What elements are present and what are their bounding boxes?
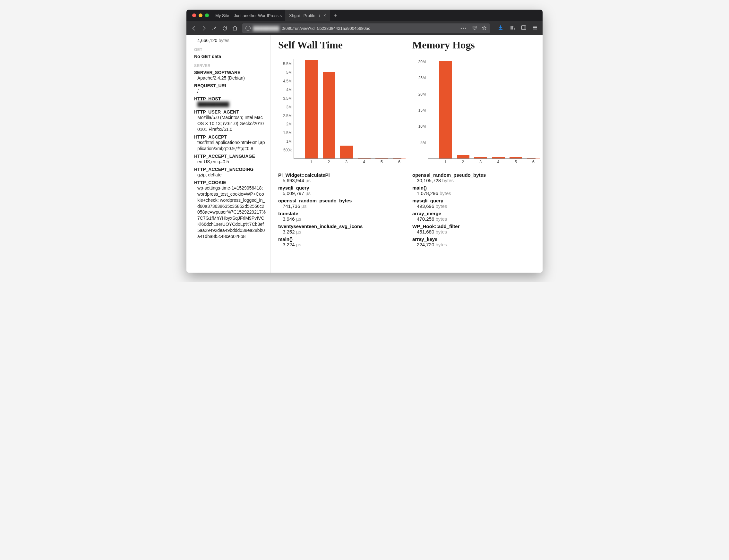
new-tab-button[interactable]: + xyxy=(330,12,341,19)
function-name[interactable]: openssl_random_pseudo_bytes xyxy=(278,198,402,203)
function-name[interactable]: openssl_random_pseudo_bytes xyxy=(412,172,536,178)
memory-total-unit: bytes xyxy=(218,38,229,43)
server-value: gzip, deflate xyxy=(194,172,266,178)
server-value: wp-settings-time-1=1529056418; wordpress… xyxy=(194,185,266,240)
server-key: HTTP_ACCEPT xyxy=(194,134,227,140)
home-button[interactable] xyxy=(232,25,238,31)
server-value: Mozilla/5.0 (Macintosh; Intel Mac OS X 1… xyxy=(194,115,266,133)
function-name[interactable]: array_keys xyxy=(412,236,536,242)
server-item: REQUEST_URI/ xyxy=(194,83,266,94)
main-panel: Self Wall Time 500k1M1.5M2M2.5M3M3.5M4M4… xyxy=(270,35,543,273)
chart-title-left: Self Wall Time xyxy=(278,39,402,51)
value-unit: bytes xyxy=(436,216,447,222)
value-unit: bytes xyxy=(442,178,454,183)
y-tick-label: 5M xyxy=(286,70,292,75)
downloads-icon[interactable] xyxy=(498,25,504,32)
y-tick-label: 4M xyxy=(286,88,292,92)
function-value: 30,105,728 bytes xyxy=(412,178,536,183)
function-name[interactable]: array_merge xyxy=(412,211,536,216)
chart-bar xyxy=(358,158,370,158)
chart-bar xyxy=(340,146,352,158)
section-header-server: SERVER xyxy=(194,64,266,68)
self-wall-time-column: Self Wall Time 500k1M1.5M2M2.5M3M3.5M4M4… xyxy=(278,39,402,247)
server-key: HTTP_USER_AGENT xyxy=(194,109,239,115)
y-tick-label: 10M xyxy=(419,124,426,129)
forward-button[interactable] xyxy=(201,25,207,31)
tab-bar: My Site – Just another WordPress s × Xhg… xyxy=(186,10,543,21)
self-wall-time-chart: 500k1M1.5M2M2.5M3M3.5M4M4.5M5M5.5M123456 xyxy=(278,57,402,166)
value-unit: µs xyxy=(296,216,301,222)
function-name[interactable]: WP_Hook::add_filter xyxy=(412,224,536,229)
self-wall-time-list: Pi_Widget::calculatePi5,693,944 µsmysqli… xyxy=(278,172,402,247)
url-host-obscured: ████████ xyxy=(253,26,279,31)
value-unit: µs xyxy=(296,242,301,247)
browser-window: My Site – Just another WordPress s × Xhg… xyxy=(186,10,543,273)
close-tab-icon[interactable]: × xyxy=(323,13,326,18)
back-button[interactable] xyxy=(191,25,197,31)
tab-inactive[interactable]: My Site – Just another WordPress s × xyxy=(211,10,285,21)
maximize-window-button[interactable] xyxy=(205,13,209,17)
function-name[interactable]: mysqli_query xyxy=(412,198,536,203)
chart-bar xyxy=(510,157,522,158)
server-item: HTTP_HOST██████████ xyxy=(194,96,266,107)
server-key: REQUEST_URI xyxy=(194,83,226,88)
page-actions-icon[interactable]: ••• xyxy=(461,26,467,31)
get-empty-message: No GET data xyxy=(194,54,266,59)
x-tick-label: 6 xyxy=(398,159,401,164)
minimize-window-button[interactable] xyxy=(199,13,202,17)
y-tick-label: 500k xyxy=(283,148,292,152)
function-value: 3,224 µs xyxy=(278,242,402,247)
value-unit: bytes xyxy=(440,191,451,196)
reload-button[interactable] xyxy=(222,26,227,31)
window-controls xyxy=(190,13,211,17)
toolbar: i ████████ :8080/run/view?id=5b238d84421… xyxy=(186,21,543,35)
function-value: 3,946 µs xyxy=(278,216,402,222)
server-key: SERVER_SOFTWARE xyxy=(194,70,240,75)
menu-icon[interactable] xyxy=(532,25,538,32)
function-value: 470,256 bytes xyxy=(412,216,536,222)
x-tick-label: 1 xyxy=(310,159,312,164)
function-name[interactable]: twentyseventeen_include_svg_icons xyxy=(278,224,402,229)
request-details-sidebar: 4,666,120 bytes GET No GET data SERVER S… xyxy=(186,35,270,273)
x-tick-label: 2 xyxy=(462,159,464,164)
value-unit: bytes xyxy=(436,203,447,209)
function-name[interactable]: main() xyxy=(278,236,402,242)
library-icon[interactable] xyxy=(509,25,515,32)
sidebar-toggle-icon[interactable] xyxy=(521,25,527,32)
memory-total: 4,666,120 bytes xyxy=(194,38,266,43)
function-value: 741,736 µs xyxy=(278,203,402,209)
site-info-icon[interactable]: i xyxy=(245,26,250,31)
close-window-button[interactable] xyxy=(192,13,196,17)
x-tick-label: 6 xyxy=(532,159,535,164)
memory-hogs-chart: 5M10M15M20M25M30M123456 xyxy=(412,57,536,166)
function-name[interactable]: Pi_Widget::calculatePi xyxy=(278,172,402,178)
chart-bar xyxy=(439,61,452,158)
y-tick-label: 1M xyxy=(286,139,292,144)
server-key: HTTP_ACCEPT_LANGUAGE xyxy=(194,154,255,159)
function-value: 5,009,797 µs xyxy=(278,191,402,196)
chart-bar xyxy=(527,158,540,158)
pocket-icon[interactable] xyxy=(472,25,477,31)
chart-title-right: Memory Hogs xyxy=(412,39,536,51)
server-item: HTTP_COOKIEwp-settings-time-1=1529056418… xyxy=(194,180,266,240)
server-item: HTTP_ACCEPT_ENCODINGgzip, deflate xyxy=(194,167,266,178)
function-name[interactable]: mysqli_query xyxy=(278,185,402,191)
section-header-get: GET xyxy=(194,47,266,52)
x-tick-label: 3 xyxy=(345,159,347,164)
server-value: text/html,application/xhtml+xml,applicat… xyxy=(194,140,266,152)
server-key: HTTP_HOST xyxy=(194,96,221,101)
y-tick-label: 3.5M xyxy=(283,96,292,101)
server-value: ██████████ xyxy=(194,101,266,107)
function-name[interactable]: translate xyxy=(278,211,402,216)
y-tick-label: 5.5M xyxy=(283,62,292,66)
devtools-icon[interactable] xyxy=(211,26,217,31)
function-value: 1,078,296 bytes xyxy=(412,191,536,196)
bookmark-star-icon[interactable] xyxy=(482,25,487,31)
value-unit: µs xyxy=(305,178,310,183)
toolbar-right xyxy=(498,25,538,32)
y-tick-label: 20M xyxy=(419,92,426,97)
address-bar[interactable]: i ████████ :8080/run/view?id=5b238d84421… xyxy=(242,23,490,33)
x-tick-label: 1 xyxy=(444,159,446,164)
function-name[interactable]: main() xyxy=(412,185,536,191)
tab-active[interactable]: Xhgui - Profile - / × xyxy=(285,10,330,21)
